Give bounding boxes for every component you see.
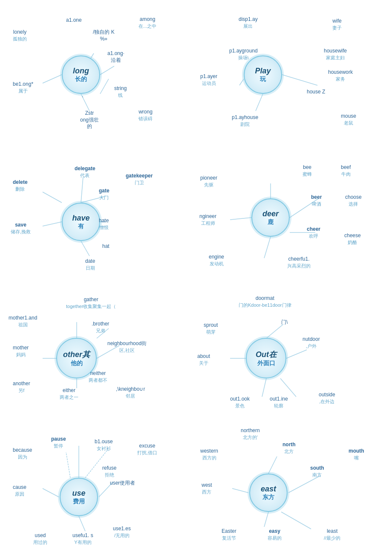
svg-line-27 (286, 350, 307, 358)
node-brother: .brother 兄弟 (92, 321, 109, 334)
svg-line-19 (230, 218, 251, 220)
node-wrong: wrong 错误碍 (138, 109, 153, 122)
node-a1ong: a1.ong· 沿着 (107, 50, 124, 64)
center-other-zh: 他的 (71, 360, 83, 367)
node-sprout: sprout 萌芽 (204, 322, 218, 335)
svg-line-29 (262, 378, 266, 397)
node-about: about 关于 (197, 353, 210, 366)
node-western: western 西方的 (200, 448, 218, 461)
center-deer: deer 鹿 (251, 198, 290, 237)
svg-line-14 (81, 177, 83, 203)
svg-line-35 (66, 452, 70, 478)
node-least: least //最少的 (324, 528, 340, 541)
node-pause: pause 暂停 (51, 436, 66, 449)
node-engineer: ngineer 工程师 (199, 213, 216, 226)
svg-line-0 (100, 79, 109, 94)
center-have-zh: 有 (78, 223, 84, 230)
svg-line-26 (266, 324, 283, 338)
node-nutdoor: nutdoor ,户外 (303, 336, 320, 349)
svg-line-30 (280, 378, 296, 397)
node-mouth: mouth 嘴 (349, 448, 364, 461)
node-cause: cause 原因 (13, 484, 26, 497)
node-gate: gate 大门 (99, 188, 110, 200)
node-south: south 南方 (310, 465, 324, 478)
node-cheer: cheer 欢呼 (307, 226, 320, 239)
center-deer-zh: 鹿 (268, 218, 274, 226)
node-playground: p1.ayground 操场\ (229, 48, 258, 61)
node-string: string 线 (114, 85, 127, 98)
node-another: another 另f (13, 381, 30, 393)
center-use-zh: 费用 (73, 498, 85, 506)
node-useless: use1.es /无用的 (113, 526, 131, 538)
node-a1one: a1.one (66, 17, 82, 24)
center-use: use 费用 (60, 478, 98, 516)
svg-line-15 (43, 192, 62, 203)
node-hat: hat (102, 243, 110, 250)
center-out-en: Out在 (256, 349, 277, 360)
center-out: Out在 外面口 (246, 338, 286, 378)
node-playhouse: p1.ayhouse 剧院 (232, 114, 258, 127)
svg-line-12 (81, 241, 89, 256)
node-neighbour: ,\kneighbo∪r 邻居 (116, 386, 145, 399)
svg-line-7 (282, 75, 317, 85)
node-outline: out1.ine 轮廓 (270, 396, 288, 409)
center-play-en: Play (255, 67, 271, 76)
node-date: date 日期 (85, 258, 95, 271)
node-beer: beer 啤酒 (311, 194, 322, 207)
node-mother: mother 妈妈 (13, 345, 29, 357)
center-play: Play 玩 (244, 55, 282, 94)
node-west: west 西方 (202, 482, 212, 495)
center-long-en: long (73, 67, 89, 76)
node-housewife: housewife 家庭主妇 (324, 48, 347, 61)
svg-line-4 (43, 75, 62, 83)
node-zstrong: Zstr ong强壮 的 (80, 110, 99, 130)
node-either: either 两者之一 (60, 387, 78, 400)
node-pioneer: pioneer 先驱 (200, 175, 217, 188)
svg-line-41 (281, 512, 311, 529)
node-doormat: doormat 门的Kdoor-be11door门律 (239, 295, 291, 308)
node-blouse: b1.ouse 女衬衫 (95, 439, 113, 451)
node-hate: hate 憎恨 (99, 218, 109, 230)
svg-line-40 (264, 512, 268, 527)
center-play-zh: 玩 (260, 76, 266, 83)
node-delete: delete 删除 (13, 179, 28, 192)
node-motherland: mother1.and 祖国 (9, 315, 37, 328)
node-easy: easy 容易的 (268, 528, 282, 541)
node-gatekeeper: gatekeeper 门卫 (126, 173, 153, 186)
node-lonely: lonely 孤独的 (13, 29, 27, 42)
center-east-zh: 东方 (262, 494, 274, 501)
node-wife: wife 妻子 (332, 18, 342, 31)
node-player: p1.ayer 运动员 (200, 73, 217, 86)
node-useful: usefu1. s Y有用的 (72, 532, 93, 545)
node-outside: outside ,在外边 (319, 392, 335, 404)
node-neighbourhood: neighbourhood街 区,社区 (107, 340, 147, 353)
node-north: north 北方 (282, 442, 296, 454)
node-gather: gather together收集聚集一起（ (66, 296, 116, 309)
node-engine: engine 发动机 (209, 254, 224, 267)
svg-line-34 (79, 516, 85, 531)
node-door-zh: 门\ (281, 319, 288, 326)
node-excuse: excuse 打扰,借口 (137, 443, 157, 456)
node-among: among 在...之中 (138, 16, 156, 29)
svg-line-33 (43, 488, 59, 497)
node-choose: choose 选择 (345, 194, 362, 207)
node-housework: housework 家务 (328, 69, 353, 82)
node-backtick: ` (82, 96, 84, 103)
node-cheerful: cheerfu1. 兴高采烈的 (287, 256, 311, 269)
center-east: east 东方 (249, 474, 288, 512)
center-east-en: east (261, 485, 276, 494)
node-neither: neither 两者都不 (89, 370, 107, 383)
center-long-zh: 长的 (75, 76, 87, 83)
center-use-en: use (72, 489, 85, 498)
node-beef: beef 牛肉 (341, 164, 351, 177)
connector-lines (0, 0, 392, 555)
svg-line-13 (43, 222, 62, 226)
node-because: because 因为 (13, 447, 32, 460)
svg-line-9 (239, 79, 244, 85)
center-have-en: have (72, 214, 89, 223)
center-other-en: other其 (63, 349, 90, 360)
node-cheese: cheese 奶酪 (344, 232, 361, 245)
node-refuse: refuse 拒绝 (102, 465, 116, 478)
node-mouse: mouse 老鼠 (341, 113, 356, 126)
center-have: have 有 (62, 203, 100, 241)
